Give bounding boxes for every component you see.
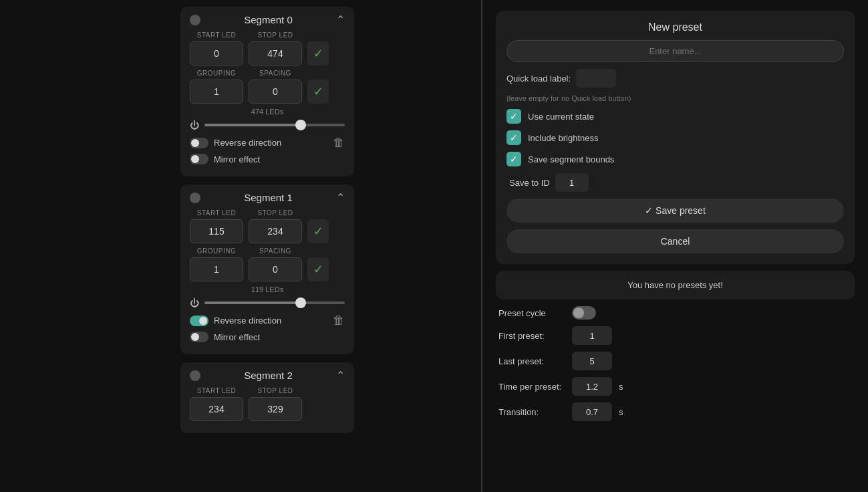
transition-unit: s xyxy=(619,407,623,417)
segment-header-2: Segment 2 ⌃ xyxy=(190,369,345,382)
mirror-effect-label-1: Mirror effect xyxy=(214,332,260,342)
last-preset-row: Last preset: xyxy=(498,352,852,370)
cancel-button[interactable]: Cancel xyxy=(507,229,844,253)
transition-label: Transition: xyxy=(498,407,565,417)
use-current-state-checkbox[interactable]: ✓ xyxy=(507,109,521,124)
grouping-input-0[interactable] xyxy=(190,80,243,104)
last-preset-input[interactable] xyxy=(572,352,612,370)
quick-load-row: Quick load label: xyxy=(507,69,844,88)
save-id-label: Save to ID xyxy=(509,178,550,188)
chevron-up-icon-0[interactable]: ⌃ xyxy=(336,13,345,26)
save-segment-bounds-label: Save segment bounds xyxy=(528,154,614,164)
segment-card-1: Segment 1 ⌃ START LED STOP LED ✓ GROUPIN… xyxy=(180,184,354,354)
grouping-confirm-btn-1[interactable]: ✓ xyxy=(307,257,329,281)
grouping-confirm-btn-0[interactable]: ✓ xyxy=(307,80,329,104)
save-preset-button[interactable]: ✓ Save preset xyxy=(507,199,844,223)
grouping-label-0: GROUPING xyxy=(190,70,243,77)
brightness-row-1: ⏻ xyxy=(190,297,345,308)
stop-led-input-2[interactable] xyxy=(249,397,302,421)
start-led-label-1: START LED xyxy=(190,209,243,217)
chevron-up-icon-1[interactable]: ⌃ xyxy=(336,191,345,204)
mirror-effect-label-0: Mirror effect xyxy=(214,154,260,164)
transition-input[interactable] xyxy=(572,402,612,421)
save-id-input[interactable] xyxy=(555,173,589,192)
brightness-slider-0[interactable] xyxy=(204,124,345,126)
toggle-knob-1 xyxy=(199,317,207,325)
mirror-toggle-knob-0 xyxy=(191,155,199,163)
new-preset-title: New preset xyxy=(507,21,844,33)
toggle-knob-0 xyxy=(191,139,199,147)
use-current-state-row: ✓ Use current state xyxy=(507,109,844,124)
save-segment-bounds-checkbox[interactable]: ✓ xyxy=(507,152,521,166)
time-per-preset-input[interactable] xyxy=(572,377,612,396)
stop-led-input-1[interactable] xyxy=(249,219,302,243)
delete-segment-btn-0[interactable]: 🗑 xyxy=(333,136,345,150)
preset-cycle-toggle[interactable] xyxy=(572,306,596,320)
led-inputs-row-2 xyxy=(190,397,345,421)
delete-segment-btn-1[interactable]: 🗑 xyxy=(333,314,345,328)
leds-count-1: 119 LEDs xyxy=(190,285,345,293)
preset-cycle-row: Preset cycle xyxy=(498,306,852,320)
grouping-label-1: GROUPING xyxy=(190,247,243,255)
quick-load-label: Quick load label: xyxy=(507,74,571,84)
start-led-input-0[interactable] xyxy=(190,41,243,66)
start-led-input-2[interactable] xyxy=(190,397,243,421)
mirror-effect-row-1: Mirror effect xyxy=(190,332,345,342)
preset-cycle-knob xyxy=(573,308,584,318)
no-presets-text: You have no presets yet! xyxy=(627,280,723,290)
quick-load-input[interactable] xyxy=(576,69,616,88)
reverse-direction-row-1: Reverse direction 🗑 xyxy=(190,314,345,328)
left-panel: Segment 0 ⌃ START LED STOP LED ✓ GROUPIN… xyxy=(0,0,481,492)
brightness-row-0: ⏻ xyxy=(190,120,345,130)
grouping-labels-0: GROUPING SPACING xyxy=(190,70,345,77)
include-brightness-row: ✓ Include brightness xyxy=(507,130,844,145)
start-led-label-2: START LED xyxy=(190,387,243,394)
grouping-input-1[interactable] xyxy=(190,257,243,281)
new-preset-card: New preset Quick load label: (leave empt… xyxy=(496,11,855,264)
segment-title-1: Segment 1 xyxy=(200,192,336,203)
spacing-input-1[interactable] xyxy=(249,257,302,281)
chevron-up-icon-2[interactable]: ⌃ xyxy=(336,369,345,382)
first-preset-row: First preset: xyxy=(498,326,852,345)
reverse-direction-label-0: Reverse direction xyxy=(214,138,281,148)
time-per-preset-row: Time per preset: s xyxy=(498,377,852,396)
time-unit: s xyxy=(619,382,623,392)
preset-cycle-label: Preset cycle xyxy=(498,308,565,318)
brightness-slider-1[interactable] xyxy=(204,301,345,304)
confirm-btn-1[interactable]: ✓ xyxy=(307,219,329,243)
mirror-effect-toggle-1[interactable] xyxy=(190,332,208,342)
segment-card-2: Segment 2 ⌃ START LED STOP LED xyxy=(180,362,354,433)
stop-led-label-2: STOP LED xyxy=(249,387,302,394)
stop-led-label-1: STOP LED xyxy=(249,209,302,217)
grouping-inputs-row-1: ✓ xyxy=(190,257,345,281)
mirror-effect-toggle-0[interactable] xyxy=(190,154,208,164)
preset-name-input[interactable] xyxy=(507,40,844,62)
use-current-state-label: Use current state xyxy=(528,112,594,122)
first-preset-label: First preset: xyxy=(498,331,565,341)
segment-dot-2 xyxy=(190,370,200,381)
segment-dot-0 xyxy=(190,15,200,25)
led-inputs-row-1: ✓ xyxy=(190,219,345,243)
segment-title-0: Segment 0 xyxy=(200,14,336,25)
led-labels-1: START LED STOP LED xyxy=(190,209,345,217)
confirm-btn-0[interactable]: ✓ xyxy=(307,41,329,66)
right-panel: New preset Quick load label: (leave empt… xyxy=(482,0,868,492)
segment-title-2: Segment 2 xyxy=(200,370,336,381)
start-led-input-1[interactable] xyxy=(190,219,243,243)
first-preset-input[interactable] xyxy=(572,326,612,345)
stop-led-input-0[interactable] xyxy=(249,41,302,66)
reverse-direction-toggle-1[interactable] xyxy=(190,316,208,326)
include-brightness-checkbox[interactable]: ✓ xyxy=(507,130,521,145)
reverse-direction-toggle-0[interactable] xyxy=(190,138,208,148)
mirror-toggle-knob-1 xyxy=(191,333,199,341)
grouping-labels-1: GROUPING SPACING xyxy=(190,247,345,255)
last-preset-label: Last preset: xyxy=(498,356,565,366)
led-labels-2: START LED STOP LED xyxy=(190,387,345,394)
time-per-preset-label: Time per preset: xyxy=(498,382,565,392)
reverse-direction-row-0: Reverse direction 🗑 xyxy=(190,136,345,150)
save-segment-bounds-row: ✓ Save segment bounds xyxy=(507,152,844,166)
segment-card-0: Segment 0 ⌃ START LED STOP LED ✓ GROUPIN… xyxy=(180,7,354,176)
transition-row: Transition: s xyxy=(498,402,852,421)
grouping-inputs-row-0: ✓ xyxy=(190,80,345,104)
spacing-input-0[interactable] xyxy=(249,80,302,104)
